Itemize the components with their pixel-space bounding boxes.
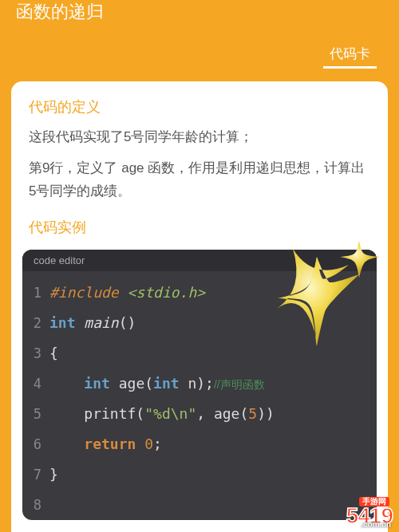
code-editor: code editor 1#include <stdio.h>2int main…	[22, 250, 377, 520]
code-line[interactable]: 3{	[22, 338, 377, 368]
line-number: 5	[22, 406, 49, 422]
page-header: 函数的递归	[0, 0, 399, 32]
line-number: 3	[22, 345, 49, 361]
code-line[interactable]: 2int main()	[22, 308, 377, 338]
example-title: 代码实例	[29, 218, 370, 237]
line-content: {	[49, 345, 377, 361]
code-line[interactable]: 4 int age(int n);//声明函数	[22, 368, 377, 399]
tab-row: 代码卡	[0, 32, 399, 75]
line-number: 7	[22, 467, 49, 483]
line-content: }	[49, 466, 377, 483]
code-lines[interactable]: 1#include <stdio.h>2int main()3{4 int ag…	[22, 271, 377, 520]
tab-code-card[interactable]: 代码卡	[323, 41, 377, 69]
code-line[interactable]: 8	[22, 490, 377, 520]
content-card: 代码的定义 这段代码实现了5号同学年龄的计算； 第9行，定义了 age 函数，作…	[11, 81, 388, 532]
code-line[interactable]: 7}	[22, 459, 377, 490]
code-line[interactable]: 5 printf("%d\n", age(5))	[22, 399, 377, 429]
line-content: return 0;	[49, 435, 377, 452]
line-number: 4	[22, 376, 49, 392]
code-line[interactable]: 1#include <stdio.h>	[22, 278, 377, 308]
watermark-tag: 手游网	[359, 497, 389, 506]
definition-paragraph-2: 第9行，定义了 age 函数，作用是利用递归思想，计算出5号同学的成绩。	[29, 157, 370, 203]
line-number: 1	[22, 285, 49, 301]
definition-paragraph-1: 这段代码实现了5号同学年龄的计算；	[29, 126, 370, 149]
line-number: 2	[22, 315, 49, 331]
watermark: 手游网 5419 .com.cn	[346, 505, 393, 527]
definition-title: 代码的定义	[29, 97, 370, 116]
line-number: 8	[22, 497, 49, 513]
line-content	[49, 496, 377, 513]
line-content: int age(int n);//声明函数	[49, 375, 377, 392]
line-content: int main()	[49, 314, 377, 331]
code-line[interactable]: 6 return 0;	[22, 429, 377, 459]
watermark-sub: .com.cn	[361, 521, 391, 529]
editor-header: code editor	[22, 250, 377, 271]
line-content: #include <stdio.h>	[49, 284, 377, 301]
line-content: printf("%d\n", age(5))	[49, 405, 377, 422]
page-title: 函数的递归	[16, 0, 104, 24]
line-number: 6	[22, 436, 49, 452]
